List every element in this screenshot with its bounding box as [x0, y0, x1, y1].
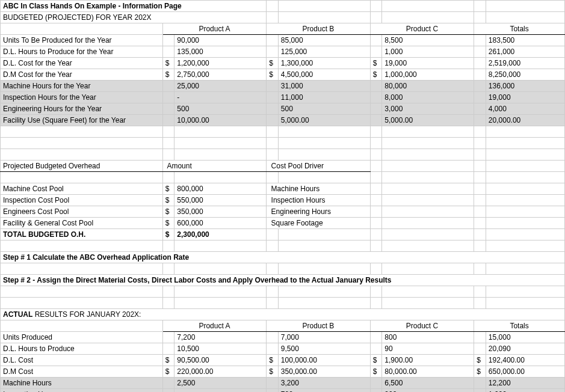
cell-value: 12,200 — [486, 378, 564, 389]
currency-symbol — [370, 92, 382, 103]
row-label: D.L. Cost for the Year — [1, 58, 163, 69]
currency-symbol: $ — [474, 355, 486, 366]
currency-symbol — [474, 332, 486, 343]
cell-value: 7,200 — [174, 332, 267, 343]
currency-symbol: $ — [267, 69, 279, 81]
overhead-total-value: 2,300,000 — [174, 229, 267, 240]
cell-value: 900 — [382, 389, 474, 393]
currency-symbol: $ — [162, 355, 174, 366]
row-label: D.L. Cost — [1, 355, 163, 366]
currency-symbol — [162, 389, 174, 393]
cell-value: 5,000.00 — [278, 115, 370, 126]
currency-symbol — [267, 115, 279, 126]
currency-symbol: $ — [267, 355, 279, 366]
cell-value: 2,519,000 — [486, 58, 564, 69]
currency-symbol — [267, 81, 279, 92]
currency-symbol — [474, 343, 486, 355]
currency-symbol: $ — [162, 206, 174, 218]
currency-symbol — [370, 378, 382, 389]
cell-value: 1,300,000 — [278, 58, 370, 69]
currency-symbol — [267, 46, 279, 58]
cell-value: 650,000.00 — [486, 366, 564, 378]
cell-value: 20,090 — [486, 343, 564, 355]
cell-value: 11,000 — [278, 92, 370, 103]
row-label: Machine Hours — [1, 378, 163, 389]
row-label: Inspection Hours for the Year — [1, 92, 163, 103]
spreadsheet-table: ABC In Class Hands On Example - Informat… — [0, 0, 565, 392]
row-label: Engineering Hours for the Year — [1, 103, 163, 115]
currency-symbol: $ — [162, 58, 174, 69]
col-totals: Totals — [474, 320, 565, 332]
currency-symbol — [162, 378, 174, 389]
currency-symbol: $ — [474, 366, 486, 378]
cell-value: - — [174, 389, 267, 393]
col-product-a: Product A — [162, 320, 267, 332]
col-totals: Totals — [474, 23, 565, 35]
cell-value: 1,900.00 — [382, 355, 474, 366]
cell-value: 136,000 — [486, 81, 564, 92]
row-label: Facility Use (Square Feet) for the Year — [1, 115, 163, 126]
currency-symbol — [267, 92, 279, 103]
cell-value: 25,000 — [174, 81, 267, 92]
cell-value: 3,200 — [278, 378, 370, 389]
cell-value: 20,000.00 — [486, 115, 564, 126]
currency-symbol: $ — [267, 58, 279, 69]
cell-value: 10,000.00 — [174, 115, 267, 126]
cell-value: 800,000 — [174, 183, 267, 195]
currency-symbol — [474, 92, 486, 103]
cell-value: 350,000 — [174, 206, 267, 218]
currency-symbol — [370, 35, 382, 46]
cell-value: 1,200,000 — [174, 58, 267, 69]
cell-value: 80,000.00 — [382, 366, 474, 378]
currency-symbol: $ — [162, 229, 174, 240]
currency-symbol: $ — [162, 195, 174, 206]
row-label: Units Produced — [1, 332, 163, 343]
currency-symbol: $ — [370, 366, 382, 378]
currency-symbol — [267, 378, 279, 389]
currency-symbol: $ — [162, 218, 174, 229]
cell-value: - — [174, 92, 267, 103]
row-label: D.L. Hours to Produce for the Year — [1, 46, 163, 58]
currency-symbol — [267, 332, 279, 343]
currency-symbol — [370, 115, 382, 126]
currency-symbol — [474, 69, 486, 81]
currency-symbol: $ — [370, 58, 382, 69]
currency-symbol — [267, 35, 279, 46]
currency-symbol — [162, 103, 174, 115]
cell-value: 220,000.00 — [174, 366, 267, 378]
cell-value: 8,000 — [382, 92, 474, 103]
cell-value: 135,000 — [174, 46, 267, 58]
currency-symbol: $ — [162, 69, 174, 81]
currency-symbol — [162, 115, 174, 126]
overhead-total-label: TOTAL BUDGETED O.H. — [1, 229, 163, 240]
row-label: Facility & General Cost Pool — [1, 218, 163, 229]
currency-symbol — [267, 389, 279, 393]
currency-symbol — [370, 46, 382, 58]
cell-value: 6,500 — [382, 378, 474, 389]
currency-symbol — [162, 35, 174, 46]
currency-symbol — [474, 103, 486, 115]
currency-symbol — [474, 58, 486, 69]
currency-symbol — [370, 332, 382, 343]
currency-symbol — [162, 343, 174, 355]
currency-symbol — [162, 46, 174, 58]
currency-symbol — [474, 46, 486, 58]
currency-symbol — [267, 343, 279, 355]
cell-value: 350,000.00 — [278, 366, 370, 378]
cell-value: 15,000 — [486, 332, 564, 343]
currency-symbol — [370, 81, 382, 92]
cell-value: 1,000,000 — [382, 69, 474, 81]
row-label: Units To Be Produced for the Year — [1, 35, 163, 46]
cell-value: 9,500 — [278, 343, 370, 355]
row-label: Inspection Cost Pool — [1, 195, 163, 206]
driver-label: Machine Hours — [267, 183, 371, 195]
row-label: Machine Cost Pool — [1, 183, 163, 195]
currency-symbol — [474, 378, 486, 389]
currency-symbol — [162, 81, 174, 92]
cell-value: 261,000 — [486, 46, 564, 58]
cell-value: 4,500,000 — [278, 69, 370, 81]
cell-value: 100,000.00 — [278, 355, 370, 366]
cell-value: 3,000 — [382, 103, 474, 115]
col-product-a: Product A — [162, 23, 267, 35]
page-title: ABC In Class Hands On Example - Informat… — [1, 1, 267, 12]
